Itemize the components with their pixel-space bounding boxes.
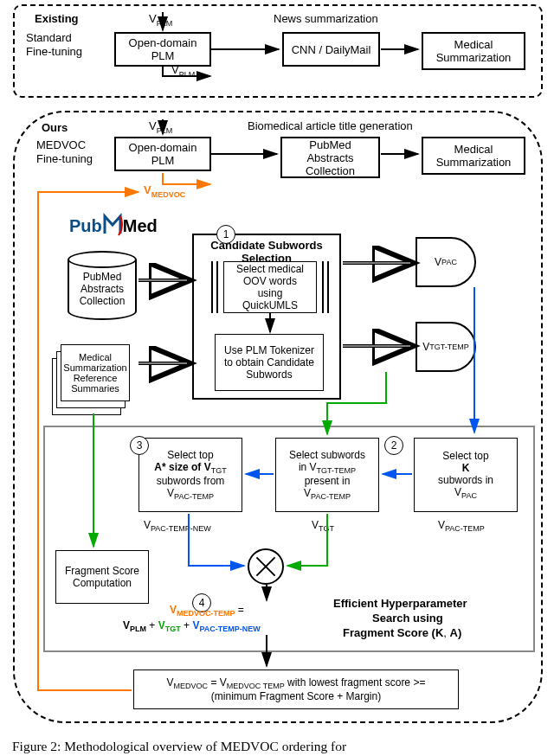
figure-caption: Figure 2: Methodological overview of MED…	[12, 739, 547, 754]
vplm-top-label: VPLM	[149, 12, 172, 28]
vmedvoc-label: VMEDVOC	[144, 183, 185, 199]
vmedvoc-temp-eq: VMEDVOC-TEMP =	[170, 604, 244, 618]
pubmed-abs-box: PubMed Abstracts Collection	[280, 137, 380, 178]
final-output-box: VMEDVOC = VMEDVOC TEMP with lowest fragm…	[133, 670, 459, 709]
merge-circle	[248, 548, 284, 585]
hps-title-3: Fragment Score (K, A)	[343, 626, 461, 639]
vpac-vocab: VPAC	[416, 237, 476, 287]
vplm-ours-label: VPLM	[149, 119, 172, 135]
ref-summaries-pages: Medical Summarization Reference Summarie…	[52, 344, 130, 413]
fragment-score-box: Fragment Score Computation	[55, 550, 149, 604]
existing-subtitle-1: Standard	[26, 31, 72, 44]
pubmed-logo: PubMed	[69, 213, 158, 237]
hps-box-c: Select top A* size of VTGT subwords from…	[138, 438, 242, 512]
existing-title: Existing	[35, 12, 79, 25]
existing-subtitle-2: Fine-tuning	[26, 45, 82, 58]
cand-inner-1: Select medical OOV words using QuickUMLS	[223, 261, 317, 313]
hps-box-b: Select subwords in VTGT-TEMP present in …	[275, 438, 379, 512]
hps-box-a: Select top K subwords in VPAC	[414, 438, 518, 512]
vtgt-temp-vocab: VTGT-TEMP	[416, 322, 476, 372]
medical-sum-box-existing: Medical Summarization	[422, 32, 525, 70]
hps-title-1: Efficient Hyperparameter	[333, 597, 467, 610]
step-1: 1	[216, 225, 235, 244]
vmedvoc-eq-line2: VPLM + VTGT + VPAC-TEMP-NEW	[123, 619, 261, 633]
hps-title-2: Search using	[372, 612, 443, 625]
cand-inner-2: Use PLM Tokenizer to obtain Candidate Su…	[215, 334, 324, 391]
open-domain-plm-box-existing: Open-domain PLM	[114, 32, 211, 67]
vpac-temp-new-label: VPAC-TEMP-NEW	[144, 519, 211, 533]
news-sum-label: News summarization	[274, 12, 378, 25]
vpac-temp-label: VPAC-TEMP	[438, 519, 485, 533]
pubmed-db: PubMed Abstracts Collection	[68, 251, 137, 320]
open-domain-plm-box-ours: Open-domain PLM	[114, 137, 211, 171]
step-2: 2	[384, 436, 403, 455]
bio-title-label: Biomedical article title generation	[248, 119, 413, 132]
medical-sum-box-ours: Medical Summarization	[422, 137, 525, 175]
ours-subtitle-1: MEDVOC	[36, 138, 86, 151]
ours-title: Ours	[42, 121, 68, 134]
ours-subtitle-2: Fine-tuning	[36, 152, 93, 165]
cnn-box: CNN / DailyMail	[282, 32, 380, 67]
step-3: 3	[130, 436, 149, 455]
vtgt-label: VTGT	[312, 519, 334, 533]
